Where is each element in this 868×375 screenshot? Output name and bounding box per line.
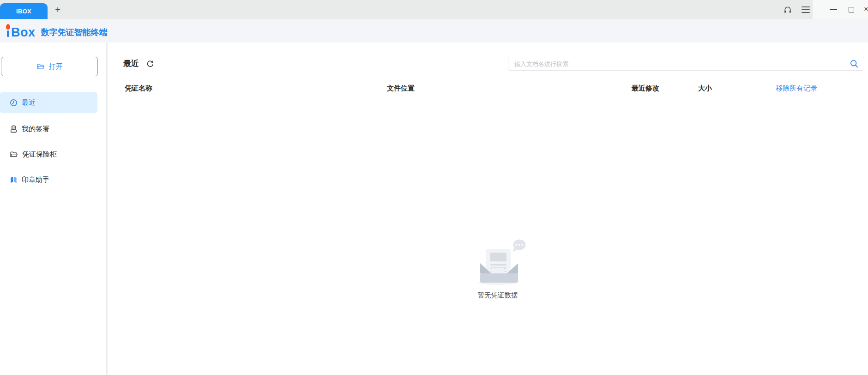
caption-button-zone (813, 0, 868, 19)
close-button[interactable]: × (864, 5, 868, 14)
app-header: Box 数字凭证智能终端 (0, 19, 868, 42)
maximize-button[interactable] (847, 6, 856, 13)
new-tab-button[interactable]: + (52, 4, 64, 16)
app-title: 数字凭证智能终端 (41, 24, 108, 38)
sidebar-item-certificate-vault[interactable]: 凭证保险柜 (0, 144, 97, 165)
sidebar-item-label: 印章助手 (22, 175, 49, 184)
refresh-button[interactable] (146, 60, 155, 68)
sidebar-item-seal-assistant[interactable]: 印章助手 (0, 169, 97, 190)
maximize-icon (849, 7, 854, 12)
empty-state: 暂无凭证数据 (469, 237, 526, 300)
seal-icon (10, 176, 18, 184)
open-file-button[interactable]: 打开 (1, 57, 98, 76)
tab-label: iBOX (16, 8, 31, 15)
refresh-icon (146, 60, 154, 67)
main-menu-button[interactable] (802, 6, 810, 13)
column-header-modified: 最近修改 (632, 84, 659, 93)
sidebar-item-label: 凭证保险柜 (22, 150, 57, 159)
sidebar-item-label: 最近 (22, 98, 36, 107)
search-button[interactable] (850, 59, 859, 68)
plus-icon: + (55, 5, 60, 15)
search-box (508, 57, 864, 71)
ibox-logo: Box (6, 24, 36, 38)
tab-ibox[interactable]: iBOX (0, 3, 48, 19)
sidebar-item-recent[interactable]: 最近 (0, 92, 97, 113)
close-icon: × (864, 5, 868, 14)
open-button-label: 打开 (49, 62, 63, 71)
logo-text: Box (11, 27, 36, 38)
flame-icon (6, 24, 11, 29)
column-header-size: 大小 (698, 84, 712, 93)
search-input[interactable] (508, 57, 840, 70)
minimize-icon (830, 9, 837, 10)
search-icon (850, 59, 859, 68)
sidebar: 打开 最近 我的签署 凭证保险柜 印章助手 (0, 42, 108, 375)
menu-icon (802, 6, 810, 7)
column-header-name: 凭证名称 (125, 84, 152, 93)
headphones-icon (784, 6, 792, 14)
column-header-location: 文件位置 (387, 84, 415, 93)
folder-icon (36, 63, 45, 70)
minimize-button[interactable] (828, 6, 839, 13)
sidebar-item-label: 我的签署 (22, 125, 49, 133)
empty-state-message: 暂无凭证数据 (469, 291, 526, 300)
support-button[interactable] (783, 5, 792, 14)
empty-inbox-illustration (469, 237, 526, 285)
table-header-divider (123, 93, 864, 93)
remove-all-records-link[interactable]: 移除所有记录 (776, 84, 817, 93)
tab-bar: iBOX + × (0, 0, 868, 19)
sidebar-item-my-signatures[interactable]: 我的签署 (0, 118, 97, 139)
folder-open-icon (10, 151, 18, 158)
clock-icon (10, 99, 18, 107)
usb-key-icon (10, 125, 18, 133)
page-title: 最近 (123, 58, 139, 69)
